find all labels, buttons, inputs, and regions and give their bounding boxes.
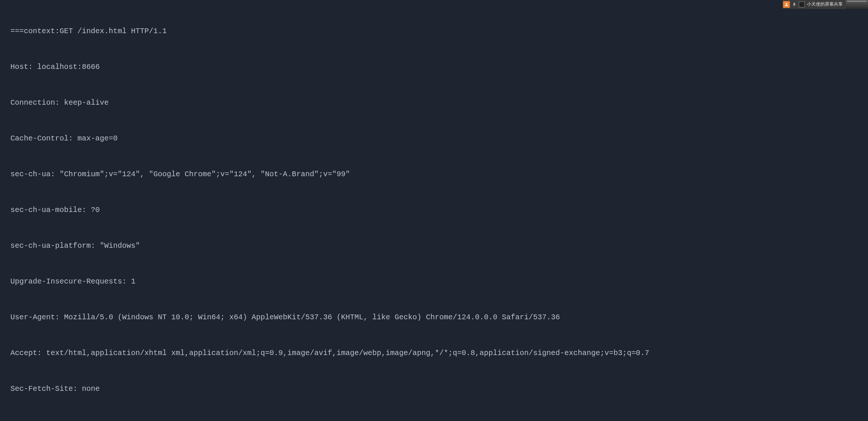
log-line: User-Agent: Mozilla/5.0 (Windows NT 10.0…	[10, 311, 858, 323]
share-window-preview	[846, 0, 868, 9]
log-line: Sec-Fetch-Mode: navigate	[10, 419, 858, 421]
log-line: Cache-Control: max-age=0	[10, 133, 858, 145]
log-line: sec-ch-ua: "Chromium";v="124", "Google C…	[10, 168, 858, 180]
log-line: ===context:GET /index.html HTTP/1.1	[10, 25, 858, 37]
log-line: Accept: text/html,application/xhtml xml,…	[10, 347, 858, 359]
log-line: Connection: keep-alive	[10, 97, 858, 109]
log-line: sec-ch-ua-mobile: ?0	[10, 204, 858, 216]
log-line: Sec-Fetch-Site: none	[10, 383, 858, 395]
avatar-icon	[783, 1, 790, 8]
log-line: Host: localhost:8666	[10, 61, 858, 73]
screen-share-widget[interactable]: 小天使的屏幕共享	[782, 0, 868, 9]
screen-icon	[799, 1, 805, 7]
share-label: 小天使的屏幕共享	[805, 1, 844, 8]
log-line: Upgrade-Insecure-Requests: 1	[10, 276, 858, 288]
log-line: sec-ch-ua-platform: "Windows"	[10, 240, 858, 252]
microphone-icon	[791, 1, 797, 7]
console-output[interactable]: ===context:GET /index.html HTTP/1.1 Host…	[0, 0, 868, 421]
